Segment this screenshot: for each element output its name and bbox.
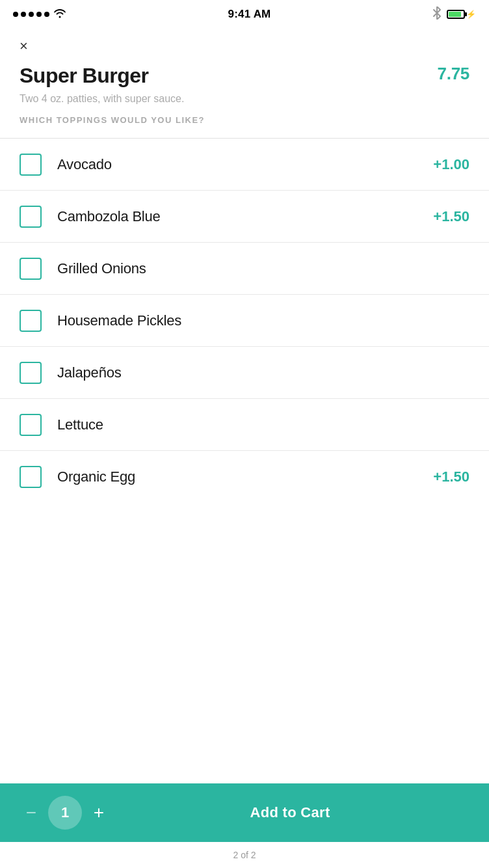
topping-row-organic-egg[interactable]: Organic Egg +1.50 bbox=[0, 451, 489, 503]
wifi-icon bbox=[53, 8, 66, 21]
signal-dot-1 bbox=[13, 12, 18, 17]
quantity-decrease-button[interactable]: − bbox=[20, 802, 43, 823]
topping-row-lettuce[interactable]: Lettuce bbox=[0, 399, 489, 451]
topping-price-avocado: +1.00 bbox=[433, 156, 469, 173]
close-icon: × bbox=[20, 38, 28, 54]
checkbox-jalapenos[interactable] bbox=[20, 362, 42, 384]
item-header-section: × Super Burger 7.75 Two 4 oz. patties, w… bbox=[0, 29, 489, 138]
status-right: ⚡ bbox=[432, 7, 476, 22]
item-description: Two 4 oz. patties, with super sauce. bbox=[20, 93, 469, 105]
topping-name-lettuce: Lettuce bbox=[57, 416, 469, 433]
checkbox-cambozola[interactable] bbox=[20, 206, 42, 228]
add-to-cart-button[interactable]: Add to Cart bbox=[111, 804, 469, 821]
checkbox-pickles[interactable] bbox=[20, 310, 42, 332]
quantity-increase-button[interactable]: + bbox=[87, 802, 111, 823]
topping-row-avocado[interactable]: Avocado +1.00 bbox=[0, 139, 489, 191]
topping-price-organic-egg: +1.50 bbox=[433, 468, 469, 485]
topping-name-avocado: Avocado bbox=[57, 156, 433, 173]
checkbox-avocado[interactable] bbox=[20, 154, 42, 176]
toppings-list: Avocado +1.00 Cambozola Blue +1.50 Grill… bbox=[0, 139, 489, 783]
page-indicator-text: 2 of 2 bbox=[233, 850, 256, 860]
quantity-circle: 1 bbox=[48, 796, 82, 830]
charging-icon: ⚡ bbox=[466, 10, 476, 19]
topping-row-cambozola[interactable]: Cambozola Blue +1.50 bbox=[0, 191, 489, 243]
main-content: × Super Burger 7.75 Two 4 oz. patties, w… bbox=[0, 29, 489, 842]
close-button[interactable]: × bbox=[20, 39, 28, 53]
topping-row-grilled-onions[interactable]: Grilled Onions bbox=[0, 243, 489, 295]
signal-dot-5 bbox=[44, 12, 49, 17]
checkbox-organic-egg[interactable] bbox=[20, 466, 42, 488]
plus-icon: + bbox=[94, 802, 104, 823]
battery-level bbox=[449, 12, 461, 17]
status-left bbox=[13, 8, 66, 21]
signal-dots bbox=[13, 12, 49, 17]
status-bar: 9:41 AM ⚡ bbox=[0, 0, 489, 29]
status-time: 9:41 AM bbox=[228, 8, 271, 21]
topping-name-organic-egg: Organic Egg bbox=[57, 468, 433, 485]
topping-row-pickles[interactable]: Housemade Pickles bbox=[0, 295, 489, 347]
quantity-value: 1 bbox=[61, 804, 69, 821]
signal-dot-4 bbox=[36, 12, 42, 17]
topping-name-grilled-onions: Grilled Onions bbox=[57, 260, 469, 277]
battery-icon bbox=[447, 10, 465, 19]
topping-price-cambozola: +1.50 bbox=[433, 208, 469, 225]
footer-bar: − 1 + Add to Cart bbox=[0, 783, 489, 842]
topping-name-jalapenos: Jalapeños bbox=[57, 364, 469, 381]
topping-name-cambozola: Cambozola Blue bbox=[57, 208, 433, 225]
topping-row-jalapenos[interactable]: Jalapeños bbox=[0, 347, 489, 399]
section-title: WHICH TOPPINGS WOULD YOU LIKE? bbox=[20, 115, 469, 125]
item-price: 7.75 bbox=[438, 64, 469, 84]
checkbox-grilled-onions[interactable] bbox=[20, 258, 42, 280]
phone-frame: 9:41 AM ⚡ × Super Burger 7.75 bbox=[0, 0, 489, 868]
bluetooth-icon bbox=[432, 7, 442, 22]
page-indicator: 2 of 2 bbox=[0, 842, 489, 868]
item-title-row: Super Burger 7.75 bbox=[20, 64, 469, 88]
topping-name-pickles: Housemade Pickles bbox=[57, 312, 469, 329]
checkbox-lettuce[interactable] bbox=[20, 414, 42, 436]
battery-container: ⚡ bbox=[447, 10, 476, 19]
item-name: Super Burger bbox=[20, 64, 148, 88]
signal-dot-3 bbox=[29, 12, 34, 17]
signal-dot-2 bbox=[21, 12, 26, 17]
minus-icon: − bbox=[26, 802, 36, 823]
